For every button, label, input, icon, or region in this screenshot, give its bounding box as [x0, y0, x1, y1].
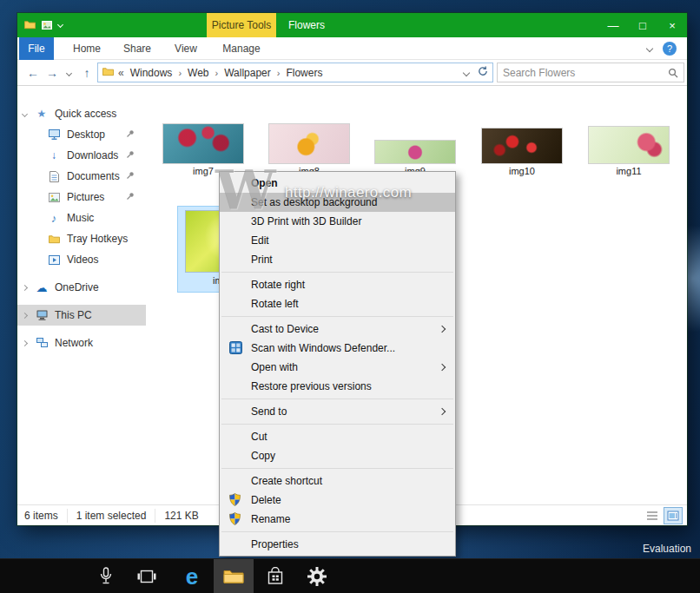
back-icon[interactable]: ← — [24, 60, 42, 86]
menu-separator — [221, 272, 453, 273]
pin-icon — [126, 191, 135, 203]
tab-view[interactable]: View — [168, 37, 203, 60]
edge-e-glyph: e — [186, 565, 198, 588]
address-dropdown-chevron-icon[interactable] — [463, 69, 470, 76]
menu-item-label: Cast to Device — [251, 323, 319, 335]
menu-item-delete[interactable]: Delete — [220, 491, 455, 510]
tab-home[interactable]: Home — [68, 37, 106, 60]
collapse-chevron-icon[interactable] — [22, 284, 28, 290]
sidebar-item-desktop[interactable]: Desktop — [17, 124, 146, 145]
menu-item-label: Copy — [251, 450, 275, 462]
maximize-button[interactable]: □ — [628, 13, 657, 37]
breadcrumb-windows[interactable]: Windows — [129, 67, 175, 79]
menu-item-copy[interactable]: Copy — [220, 446, 455, 465]
menu-item-set-as-desktop-background[interactable]: Set as desktop background — [220, 193, 455, 212]
large-icons-view-icon[interactable] — [664, 508, 682, 524]
file-thumbnail-img7[interactable] — [163, 124, 243, 163]
sidebar-item-label: Music — [67, 212, 94, 224]
submenu-arrow-icon — [439, 408, 446, 415]
tab-manage[interactable]: Manage — [217, 37, 266, 60]
help-icon[interactable]: ? — [663, 42, 677, 56]
menu-item-properties[interactable]: Properties — [220, 535, 455, 554]
menu-item-restore-previous-versions[interactable]: Restore previous versions — [220, 377, 455, 396]
search-box[interactable] — [497, 63, 684, 82]
settings-gear-icon[interactable] — [297, 559, 337, 593]
menu-item-rotate-left[interactable]: Rotate left — [220, 294, 455, 313]
sidebar-item-quick-access[interactable]: ★ Quick access — [17, 103, 146, 124]
menu-item-open[interactable]: Open — [220, 174, 455, 193]
sidebar-item-this-pc[interactable]: This PC — [17, 305, 146, 326]
menu-separator — [221, 316, 453, 317]
submenu-arrow-icon — [439, 364, 446, 371]
expand-ribbon-chevron-icon[interactable] — [646, 45, 653, 52]
refresh-icon[interactable] — [478, 66, 488, 79]
store-icon[interactable] — [255, 559, 295, 593]
file-thumbnail-img11[interactable] — [589, 127, 669, 163]
menu-item-label: Create shortcut — [251, 475, 322, 487]
network-icon — [35, 338, 49, 348]
selection-size: 121 KB — [155, 509, 207, 523]
picture-icon[interactable] — [42, 17, 52, 33]
address-bar-row: ← → ↑ « Windows › Web › Wallpaper › Flow… — [17, 60, 687, 86]
microphone-icon[interactable] — [86, 559, 126, 593]
breadcrumb-flowers[interactable]: Flowers — [284, 67, 324, 79]
desktop-monitor-icon — [47, 129, 61, 140]
menu-item-label: Rotate right — [251, 279, 305, 291]
menu-item-create-shortcut[interactable]: Create shortcut — [220, 471, 455, 491]
collapse-chevron-icon[interactable] — [22, 312, 28, 318]
file-explorer-taskbar-icon[interactable] — [214, 559, 254, 593]
sidebar-item-music[interactable]: ♪ Music — [17, 208, 146, 228]
menu-item-send-to[interactable]: Send to — [220, 402, 455, 421]
forward-icon[interactable]: → — [43, 60, 61, 86]
search-input[interactable] — [498, 67, 663, 79]
menu-item-edit[interactable]: Edit — [220, 231, 455, 250]
up-icon[interactable]: ↑ — [78, 60, 96, 86]
sidebar-item-downloads[interactable]: ↓ Downloads — [17, 145, 146, 166]
menu-item-label: Send to — [251, 405, 287, 418]
breadcrumb-wallpaper[interactable]: Wallpaper — [222, 67, 273, 79]
address-bar[interactable]: « Windows › Web › Wallpaper › Flowers — [97, 63, 493, 82]
file-thumbnail-img8[interactable] — [269, 124, 349, 163]
picture-tools-contextual-tab[interactable]: Picture Tools — [207, 13, 276, 37]
title-bar[interactable]: Picture Tools Flowers — □ × — [17, 13, 687, 37]
sidebar-item-label: Videos — [67, 254, 98, 266]
file-thumbnail-img10[interactable] — [482, 128, 562, 163]
sidebar-item-documents[interactable]: Documents — [17, 166, 146, 187]
task-view-icon[interactable] — [127, 559, 167, 593]
tab-share[interactable]: Share — [118, 37, 156, 60]
edge-browser-icon[interactable]: e — [172, 559, 212, 593]
this-pc-computer-icon — [35, 310, 49, 320]
file-thumbnail-img9[interactable] — [375, 141, 455, 163]
collapse-chevron-icon[interactable] — [22, 339, 28, 346]
expand-chevron-icon[interactable] — [22, 110, 28, 116]
menu-item-3d-print[interactable]: 3D Print with 3D Builder — [220, 212, 455, 231]
sidebar-item-network[interactable]: Network — [17, 333, 146, 353]
menu-item-rotate-right[interactable]: Rotate right — [220, 275, 455, 294]
sidebar-item-onedrive[interactable]: ☁ OneDrive — [17, 277, 146, 298]
menu-item-print[interactable]: Print — [220, 250, 455, 269]
pictures-icon — [47, 193, 61, 202]
sidebar-item-label: Downloads — [67, 149, 118, 161]
quick-access-star-icon: ★ — [35, 108, 49, 120]
details-view-icon[interactable] — [644, 508, 661, 524]
sidebar-item-label: Network — [55, 337, 93, 349]
menu-item-open-with[interactable]: Open with — [220, 358, 455, 377]
menu-item-rename[interactable]: Rename — [220, 510, 455, 529]
breadcrumb-web[interactable]: Web — [186, 67, 210, 79]
menu-item-scan-with-windows-defender[interactable]: Scan with Windows Defender... — [220, 339, 455, 358]
close-button[interactable]: × — [657, 13, 687, 37]
minimize-button[interactable]: — — [598, 13, 628, 37]
sidebar-item-pictures[interactable]: Pictures — [17, 187, 146, 208]
customize-toolbar-chevron-icon[interactable] — [57, 21, 63, 27]
sidebar-item-videos[interactable]: Videos — [17, 249, 146, 270]
recent-locations-chevron-icon[interactable] — [63, 60, 75, 86]
menu-item-cut[interactable]: Cut — [220, 427, 455, 446]
breadcrumb-overflow[interactable]: « — [118, 67, 124, 79]
menu-separator — [221, 531, 453, 532]
folder-icon[interactable] — [24, 17, 36, 33]
quick-access-toolbar — [24, 13, 63, 37]
menu-item-cast-to-device[interactable]: Cast to Device — [220, 320, 455, 339]
sidebar-item-tray-hotkeys[interactable]: Tray Hotkeys — [17, 228, 146, 249]
window-controls: — □ × — [598, 13, 687, 37]
file-menu-tab[interactable]: File — [19, 37, 54, 60]
